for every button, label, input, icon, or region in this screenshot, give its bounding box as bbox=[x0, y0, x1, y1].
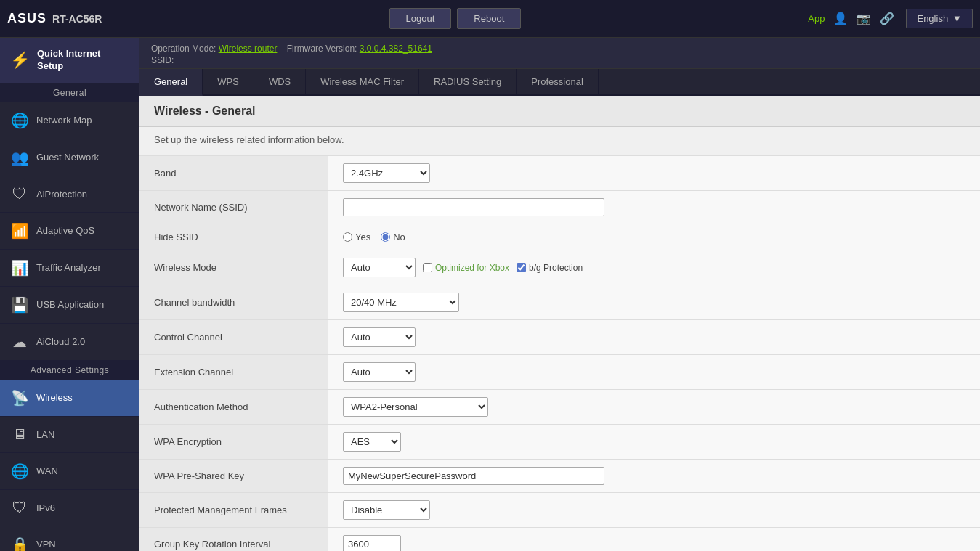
channel-bw-select[interactable]: 20 MHz 20/40 MHz 40 MHz bbox=[343, 293, 459, 312]
wpa-enc-row: WPA Encryption AES TKIP TKIP+AES bbox=[139, 425, 980, 460]
wpa-key-value-cell bbox=[328, 460, 980, 493]
vpn-icon: 🔒 bbox=[10, 536, 29, 551]
control-channel-select[interactable]: Auto 1234 5678 91011 bbox=[343, 327, 416, 347]
wpa-key-label: WPA Pre-Shared Key bbox=[139, 460, 328, 493]
hide-ssid-radio-group: Yes No bbox=[343, 232, 965, 242]
control-channel-row: Control Channel Auto 1234 5678 91011 bbox=[139, 320, 980, 355]
sidebar-item-adaptive-qos[interactable]: 📶 Adaptive QoS bbox=[0, 213, 139, 250]
advanced-section-label: Advanced Settings bbox=[0, 361, 139, 380]
channel-bw-row: Channel bandwidth 20 MHz 20/40 MHz 40 MH… bbox=[139, 285, 980, 320]
wireless-mode-label: Wireless Mode bbox=[139, 250, 328, 285]
tab-mac-filter[interactable]: Wireless MAC Filter bbox=[306, 69, 419, 94]
network-map-icon: 🌐 bbox=[10, 112, 29, 129]
language-selector[interactable]: English ▼ bbox=[906, 9, 973, 28]
band-value-cell: 2.4GHz 5GHz bbox=[328, 156, 980, 191]
sidebar-item-vpn[interactable]: 🔒 VPN bbox=[0, 526, 139, 551]
wpa-enc-select[interactable]: AES TKIP TKIP+AES bbox=[343, 432, 401, 452]
logo-asus: ASUS bbox=[7, 11, 46, 26]
quick-setup-item[interactable]: ⚡ Quick InternetSetup bbox=[0, 38, 139, 83]
reboot-button[interactable]: Reboot bbox=[457, 8, 521, 29]
pmf-label: Protected Management Frames bbox=[139, 493, 328, 528]
ssid-line: SSID: bbox=[151, 55, 968, 65]
sidebar-item-traffic-analyzer[interactable]: 📊 Traffic Analyzer bbox=[0, 250, 139, 287]
sidebar-item-ipv6[interactable]: 🛡 IPv6 bbox=[0, 490, 139, 526]
operation-mode-value[interactable]: Wireless router bbox=[219, 44, 278, 54]
sidebar-item-wan[interactable]: 🌐 WAN bbox=[0, 453, 139, 490]
control-channel-label: Control Channel bbox=[139, 320, 328, 355]
auth-method-label: Authentication Method bbox=[139, 390, 328, 425]
settings-table: Band 2.4GHz 5GHz Network Name (SSID) bbox=[139, 156, 980, 551]
channel-bw-value-cell: 20 MHz 20/40 MHz 40 MHz bbox=[328, 285, 980, 320]
top-bar: ASUS RT-AC56R Logout Reboot App 👤 📷 🔗 En… bbox=[0, 0, 980, 38]
extension-channel-row: Extension Channel Auto Above Below bbox=[139, 355, 980, 390]
xbox-optimized-checkbox[interactable] bbox=[423, 263, 432, 272]
band-select[interactable]: 2.4GHz 5GHz bbox=[343, 163, 430, 183]
sidebar-item-aicloud[interactable]: ☁ AiCloud 2.0 bbox=[0, 324, 139, 361]
sidebar-item-guest-network[interactable]: 👥 Guest Network bbox=[0, 139, 139, 176]
link-icon[interactable]: 🔗 bbox=[880, 12, 894, 25]
hide-ssid-yes-label[interactable]: Yes bbox=[343, 232, 370, 242]
firmware-value[interactable]: 3.0.0.4.382_51641 bbox=[360, 44, 432, 54]
app-label[interactable]: App bbox=[808, 13, 825, 24]
tab-radius[interactable]: RADIUS Setting bbox=[419, 69, 517, 94]
wireless-mode-row: Wireless Mode Auto N only B/G/N mixed Le… bbox=[139, 250, 980, 285]
auth-method-row: Authentication Method Open System WPA-Pe… bbox=[139, 390, 980, 425]
bg-protection-checkbox[interactable] bbox=[517, 263, 526, 272]
hide-ssid-yes-text: Yes bbox=[355, 232, 370, 242]
hide-ssid-yes-radio[interactable] bbox=[343, 232, 352, 242]
quick-setup-icon: ⚡ bbox=[10, 51, 30, 70]
tab-wps[interactable]: WPS bbox=[203, 69, 254, 94]
lan-icon: 🖥 bbox=[10, 426, 29, 443]
top-icons: App 👤 📷 🔗 bbox=[808, 12, 894, 25]
sidebar-item-label: Guest Network bbox=[36, 152, 99, 163]
hide-ssid-value-cell: Yes No bbox=[328, 224, 980, 250]
main-panel: Wireless - General Set up the wireless r… bbox=[139, 96, 980, 551]
bg-protection-label[interactable]: b/g Protection bbox=[517, 263, 583, 273]
hide-ssid-no-label[interactable]: No bbox=[381, 232, 405, 242]
content-area: Operation Mode: Wireless router Firmware… bbox=[139, 38, 980, 551]
sidebar-item-lan[interactable]: 🖥 LAN bbox=[0, 417, 139, 453]
logo-area: ASUS RT-AC56R bbox=[7, 11, 102, 26]
panel-inner: Wireless - General Set up the wireless r… bbox=[139, 96, 980, 551]
language-label: English bbox=[917, 13, 948, 24]
hide-ssid-label: Hide SSID bbox=[139, 224, 328, 250]
pmf-value-cell: Disable Capable Required bbox=[328, 493, 980, 528]
top-buttons: Logout Reboot bbox=[389, 8, 522, 29]
extension-channel-select[interactable]: Auto Above Below bbox=[343, 362, 416, 382]
hide-ssid-row: Hide SSID Yes No bbox=[139, 224, 980, 250]
xbox-optimized-label[interactable]: Optimized for Xbox bbox=[423, 263, 509, 273]
tab-wds[interactable]: WDS bbox=[254, 69, 306, 94]
ssid-input[interactable] bbox=[343, 198, 604, 216]
hide-ssid-no-radio[interactable] bbox=[381, 232, 390, 242]
sidebar-item-label: WAN bbox=[36, 465, 58, 476]
sidebar-item-label: Traffic Analyzer bbox=[36, 262, 101, 273]
monitor-icon[interactable]: 📷 bbox=[857, 12, 871, 25]
main-layout: ⚡ Quick InternetSetup General 🌐 Network … bbox=[0, 38, 980, 551]
tab-general[interactable]: General bbox=[139, 69, 203, 96]
pmf-select[interactable]: Disable Capable Required bbox=[343, 500, 430, 520]
sidebar-item-label: LAN bbox=[36, 429, 54, 440]
ipv6-icon: 🛡 bbox=[10, 499, 29, 516]
group-key-input[interactable] bbox=[343, 535, 401, 551]
logout-button[interactable]: Logout bbox=[389, 8, 452, 29]
auth-method-select[interactable]: Open System WPA-Personal WPA2-Personal W… bbox=[343, 397, 488, 417]
sidebar-item-label: USB Application bbox=[36, 299, 104, 310]
sidebar-item-usb-application[interactable]: 💾 USB Application bbox=[0, 287, 139, 324]
network-name-row: Network Name (SSID) bbox=[139, 191, 980, 224]
extension-channel-value-cell: Auto Above Below bbox=[328, 355, 980, 390]
sidebar-item-label: Adaptive QoS bbox=[36, 225, 94, 236]
sidebar-item-label: AiProtection bbox=[36, 189, 87, 200]
sidebar-item-label: Network Map bbox=[36, 115, 92, 126]
sidebar-item-aiprotection[interactable]: 🛡 AiProtection bbox=[0, 176, 139, 213]
aiprotection-icon: 🛡 bbox=[10, 186, 29, 203]
sidebar-item-label: VPN bbox=[36, 539, 56, 550]
sidebar-item-wireless[interactable]: 📡 Wireless bbox=[0, 380, 139, 417]
tab-professional[interactable]: Professional bbox=[517, 69, 599, 94]
user-icon[interactable]: 👤 bbox=[833, 12, 848, 25]
wpa-key-row: WPA Pre-Shared Key bbox=[139, 460, 980, 493]
wpa-key-input[interactable] bbox=[343, 467, 604, 485]
sidebar-item-label: AiCloud 2.0 bbox=[36, 336, 85, 347]
sidebar-item-network-map[interactable]: 🌐 Network Map bbox=[0, 102, 139, 139]
band-row: Band 2.4GHz 5GHz bbox=[139, 156, 980, 191]
wireless-mode-select[interactable]: Auto N only B/G/N mixed Legacy bbox=[343, 258, 416, 277]
